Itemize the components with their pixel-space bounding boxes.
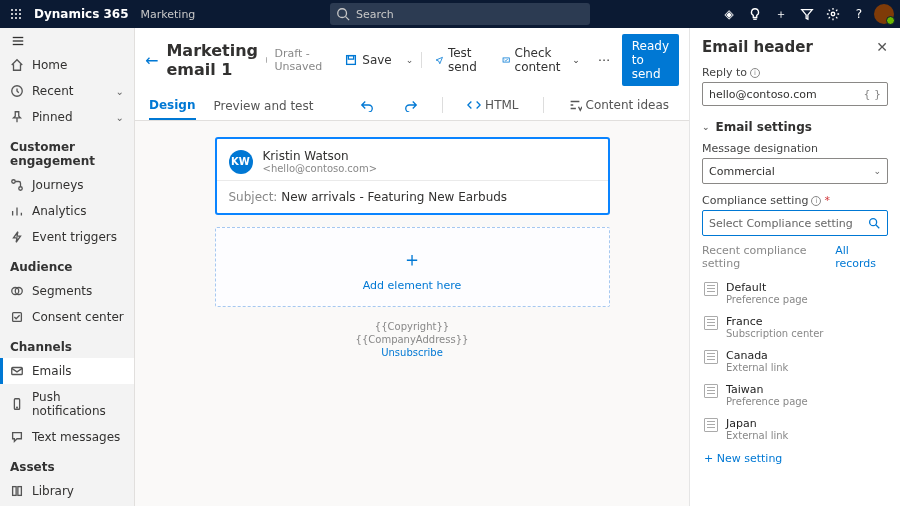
home-icon: [10, 58, 24, 72]
compliance-option[interactable]: FranceSubscription center: [702, 310, 888, 344]
svg-rect-25: [13, 487, 17, 496]
check-content-button[interactable]: Check content⌄: [496, 42, 585, 78]
section-assets: Assets: [0, 450, 134, 478]
nav-triggers-label: Event triggers: [32, 230, 117, 244]
option-subtitle: External link: [726, 430, 788, 441]
hamburger-icon[interactable]: [6, 34, 30, 48]
nav-segments[interactable]: Segments: [0, 278, 134, 304]
command-bar: ← Marketing email 1 Draft - Unsaved Save…: [135, 28, 689, 90]
new-setting-link[interactable]: + New setting: [702, 446, 888, 471]
designation-select[interactable]: Commercial ⌄: [702, 158, 888, 184]
svg-point-3: [11, 13, 13, 15]
record-icon: [704, 384, 718, 398]
save-chevron[interactable]: ⌄: [406, 55, 414, 65]
nav-pinned-label: Pinned: [32, 110, 73, 124]
option-title: Canada: [726, 349, 788, 362]
info-icon[interactable]: i: [750, 68, 760, 78]
personalize-icon[interactable]: { }: [864, 88, 882, 101]
save-button[interactable]: Save: [338, 49, 397, 71]
content-ideas-button[interactable]: Content ideas: [562, 94, 675, 116]
properties-panel: Email header ✕ Reply toi hello@contoso.c…: [690, 28, 900, 506]
email-footer: {{Copyright}} {{CompanyAddress}} Unsubsc…: [215, 321, 610, 358]
nav-push[interactable]: Push notifications: [0, 384, 134, 424]
compliance-option[interactable]: TaiwanPreference page: [702, 378, 888, 412]
option-subtitle: Preference page: [726, 396, 808, 407]
add-element-dropzone[interactable]: ＋ Add element here: [215, 227, 610, 307]
panel-title: Email header: [702, 38, 813, 56]
svg-rect-22: [12, 368, 23, 375]
add-icon[interactable]: ＋: [770, 3, 792, 25]
search-placeholder: Search: [356, 8, 394, 21]
status-text: Draft - Unsaved: [275, 47, 323, 73]
consent-icon: [10, 310, 24, 324]
nav-journeys[interactable]: Journeys: [0, 172, 134, 198]
left-sidebar: Home Recent ⌄ Pinned ⌄ Customer engageme…: [0, 28, 135, 506]
svg-point-18: [19, 187, 23, 191]
nav-text[interactable]: Text messages: [0, 424, 134, 450]
assistant-icon[interactable]: ◈: [718, 3, 740, 25]
clock-icon: [10, 84, 24, 98]
user-avatar[interactable]: [874, 4, 894, 24]
chevron-down-icon: ⌄: [116, 112, 124, 123]
svg-point-5: [19, 13, 21, 15]
save-label: Save: [362, 53, 391, 67]
record-icon: [704, 316, 718, 330]
nav-library[interactable]: Library: [0, 478, 134, 504]
compliance-option[interactable]: DefaultPreference page: [702, 276, 888, 310]
unsubscribe-link[interactable]: Unsubscribe: [381, 347, 443, 358]
nav-triggers[interactable]: Event triggers: [0, 224, 134, 250]
email-settings-header[interactable]: ⌄Email settings: [702, 120, 888, 134]
page-title: Marketing email 1: [166, 41, 258, 79]
compliance-lookup[interactable]: Select Compliance setting: [702, 210, 888, 236]
filter-icon[interactable]: [796, 3, 818, 25]
close-icon[interactable]: ✕: [876, 39, 888, 55]
option-title: Japan: [726, 417, 788, 430]
option-title: Default: [726, 281, 808, 294]
svg-point-12: [831, 12, 835, 16]
all-records-link[interactable]: All records: [835, 244, 888, 270]
check-label: Check content: [515, 46, 567, 74]
subject-row[interactable]: Subject: New arrivals - Featuring New Ea…: [217, 180, 608, 213]
global-search[interactable]: Search: [330, 3, 590, 25]
email-card[interactable]: KW Kristin Watson <hello@contoso.com> Su…: [215, 137, 610, 215]
undo-button[interactable]: [354, 94, 380, 116]
chevron-down-icon: ⌄: [873, 166, 881, 176]
gear-icon[interactable]: [822, 3, 844, 25]
ready-to-send-button[interactable]: Ready to send: [622, 34, 679, 86]
svg-point-17: [12, 180, 16, 184]
recent-label: Recent compliance setting: [702, 244, 835, 270]
lightbulb-icon[interactable]: [744, 3, 766, 25]
nav-emails[interactable]: Emails: [0, 358, 134, 384]
back-button[interactable]: ←: [145, 51, 158, 70]
nav-home[interactable]: Home: [0, 52, 134, 78]
option-title: Taiwan: [726, 383, 808, 396]
svg-point-0: [11, 9, 13, 11]
email-settings-label: Email settings: [716, 120, 812, 134]
journeys-icon: [10, 178, 24, 192]
redo-button[interactable]: [398, 94, 424, 116]
footer-copyright: {{Copyright}}: [375, 321, 449, 332]
html-button[interactable]: HTML: [461, 94, 524, 116]
option-title: France: [726, 315, 824, 328]
overflow-button[interactable]: ⋯: [594, 53, 614, 67]
nav-analytics[interactable]: Analytics: [0, 198, 134, 224]
app-area: Marketing: [141, 8, 196, 21]
nav-consent[interactable]: Consent center: [0, 304, 134, 330]
waffle-icon[interactable]: [6, 4, 26, 24]
svg-point-8: [19, 17, 21, 19]
help-icon[interactable]: ?: [848, 3, 870, 25]
svg-point-2: [19, 9, 21, 11]
compliance-option[interactable]: CanadaExternal link: [702, 344, 888, 378]
nav-recent[interactable]: Recent ⌄: [0, 78, 134, 104]
record-icon: [704, 350, 718, 364]
reply-to-input[interactable]: hello@contoso.com { }: [702, 82, 888, 106]
tab-design[interactable]: Design: [149, 90, 196, 120]
tab-preview[interactable]: Preview and test: [214, 91, 314, 119]
emails-icon: [10, 364, 24, 378]
nav-library-label: Library: [32, 484, 74, 498]
svg-point-24: [17, 407, 18, 408]
compliance-option[interactable]: JapanExternal link: [702, 412, 888, 446]
info-icon[interactable]: i: [811, 196, 821, 206]
nav-pinned[interactable]: Pinned ⌄: [0, 104, 134, 130]
test-send-button[interactable]: Test send: [429, 42, 488, 78]
